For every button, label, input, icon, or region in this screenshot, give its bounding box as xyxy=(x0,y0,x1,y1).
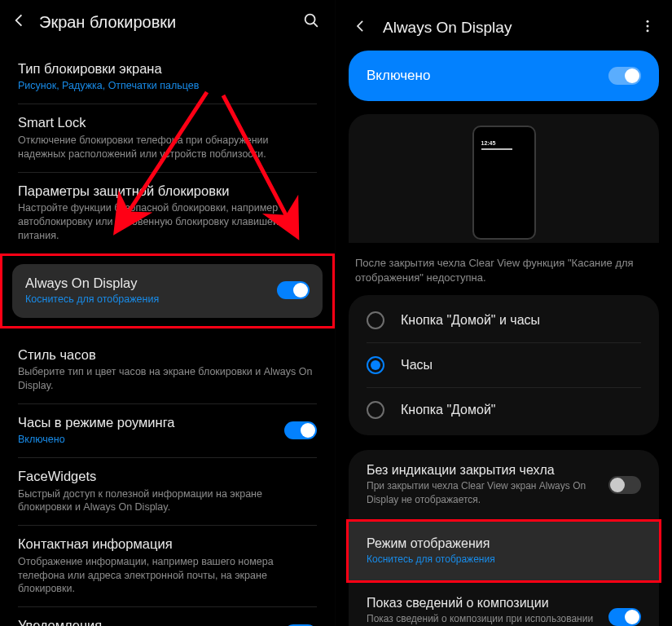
svg-point-6 xyxy=(647,29,649,32)
item-title: Тип блокировки экрана xyxy=(18,60,317,77)
radio-icon xyxy=(367,401,384,419)
item-title: Режим отображения xyxy=(367,536,641,551)
item-subtitle: Быстрый доступ к полезной информации на … xyxy=(18,487,317,515)
item-secure-lock[interactable]: Параметры защитной блокировки Настройте … xyxy=(0,173,335,253)
toggle-master[interactable] xyxy=(608,67,641,85)
toggle-aod[interactable] xyxy=(277,281,310,299)
item-title: Smart Lock xyxy=(18,114,317,131)
item-aod[interactable]: Always On Display Коснитесь для отображе… xyxy=(12,264,323,318)
toggle-composition[interactable] xyxy=(608,608,641,626)
item-composition-info[interactable]: Показ сведений о композиции Показ сведен… xyxy=(349,583,659,626)
item-subtitle: Включено xyxy=(18,433,275,447)
radio-clock[interactable]: Часы xyxy=(349,343,659,387)
back-icon[interactable] xyxy=(352,18,368,37)
item-smart-lock[interactable]: Smart Lock Отключение блокировки телефон… xyxy=(0,104,335,171)
item-subtitle: При закрытии чехла Clear View экран Alwa… xyxy=(367,479,608,505)
item-title: Контактная информация xyxy=(18,536,317,553)
item-subtitle: Коснитесь для отображения xyxy=(367,553,641,566)
item-title: Показ сведений о композиции xyxy=(367,596,608,611)
radio-label: Кнопка "Домой" xyxy=(401,403,641,417)
item-subtitle: Отключение блокировки телефона при обнар… xyxy=(18,134,317,161)
item-facewidgets[interactable]: FaceWidgets Быстрый доступ к полезной ин… xyxy=(0,458,335,525)
more-icon[interactable] xyxy=(639,18,656,37)
page-title: Экран блокировки xyxy=(39,13,302,32)
page-title: Always On Display xyxy=(383,19,639,37)
item-subtitle: Рисунок, Радужка, Отпечатки пальцев xyxy=(18,79,317,93)
master-toggle-label: Включено xyxy=(367,68,608,84)
svg-point-5 xyxy=(647,25,649,28)
master-toggle-card[interactable]: Включено xyxy=(349,51,659,101)
radio-home-and-clock[interactable]: Кнопка "Домой" и часы xyxy=(349,298,659,342)
back-icon[interactable] xyxy=(10,11,28,33)
phone-mock: 12:45 xyxy=(472,126,536,240)
aod-preview: 12:45 xyxy=(349,114,659,243)
note-text: После закрытия чехла Clear View функция … xyxy=(349,243,659,295)
highlight-show-mode: Режим отображения Коснитесь для отображе… xyxy=(346,519,661,583)
preview-time: 12:45 xyxy=(481,140,527,146)
svg-line-1 xyxy=(314,23,317,26)
radio-icon xyxy=(367,311,384,329)
search-icon[interactable] xyxy=(302,11,320,33)
radio-home[interactable]: Кнопка "Домой" xyxy=(349,388,659,432)
item-contact-info[interactable]: Контактная информация Отображение информ… xyxy=(0,526,335,606)
toggle-no-cover[interactable] xyxy=(608,476,641,494)
item-subtitle: Показ сведений о композиции при использо… xyxy=(367,612,608,626)
item-title: Без индикации закрытия чехла xyxy=(367,463,608,478)
item-roaming-clock[interactable]: Часы в режиме роуминга Включено xyxy=(0,404,335,457)
item-title: FaceWidgets xyxy=(18,468,317,485)
highlight-aod: Always On Display Коснитесь для отображе… xyxy=(0,253,335,328)
item-subtitle: Отображение информации, например вашего … xyxy=(18,555,317,597)
item-title: Уведомления xyxy=(18,617,275,626)
item-show-mode[interactable]: Режим отображения Коснитесь для отображе… xyxy=(349,522,659,580)
item-subtitle: Коснитесь для отображения xyxy=(25,293,267,305)
item-no-cover-indication[interactable]: Без индикации закрытия чехла При закрыти… xyxy=(349,450,659,518)
item-title: Always On Display xyxy=(25,276,267,291)
radio-label: Кнопка "Домой" и часы xyxy=(401,313,641,328)
item-clock-style[interactable]: Стиль часов Выберите тип и цвет часов на… xyxy=(0,337,335,403)
item-title: Часы в режиме роуминга xyxy=(18,414,275,431)
item-subtitle: Выберите тип и цвет часов на экране блок… xyxy=(18,365,317,393)
svg-point-4 xyxy=(647,20,649,23)
radio-icon xyxy=(367,356,384,374)
item-lock-type[interactable]: Тип блокировки экрана Рисунок, Радужка, … xyxy=(0,51,335,104)
item-notifications[interactable]: Уведомления Включено xyxy=(0,607,335,626)
radio-label: Часы xyxy=(401,358,641,373)
item-title: Стиль часов xyxy=(18,346,317,364)
item-title: Параметры защитной блокировки xyxy=(18,183,317,200)
toggle-roaming[interactable] xyxy=(284,421,317,439)
item-subtitle: Настройте функции безопасной блокировки,… xyxy=(18,201,317,243)
